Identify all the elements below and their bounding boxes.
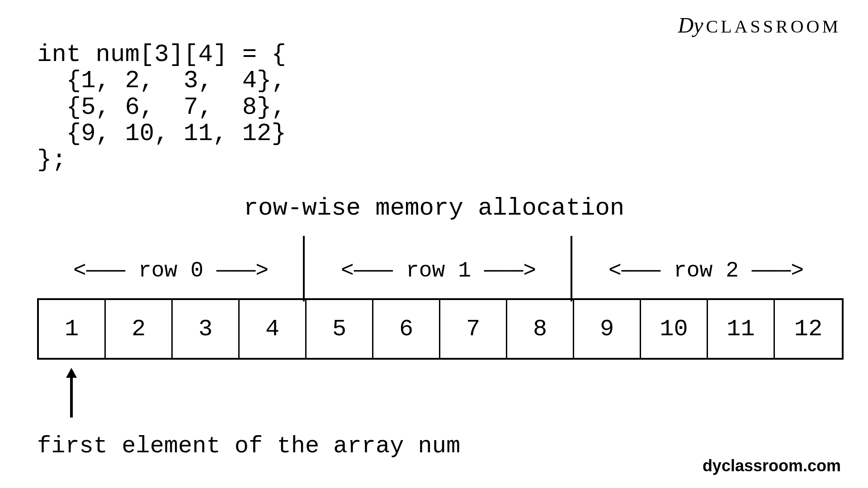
pointer-arrow (65, 368, 78, 418)
cell-10: 11 (708, 300, 775, 358)
row-label-2: <——— row 2 ———> (572, 258, 840, 283)
memory-array: 1 2 3 4 5 6 7 8 9 10 11 12 (37, 298, 844, 360)
cell-3: 4 (240, 300, 307, 358)
cell-5: 6 (373, 300, 440, 358)
row-label-0: <——— row 0 ———> (37, 258, 305, 283)
cell-1: 2 (106, 300, 173, 358)
cell-7: 8 (507, 300, 574, 358)
code-line-5: }; (37, 146, 66, 174)
cell-11: 12 (775, 300, 842, 358)
cell-0: 1 (39, 300, 106, 358)
pointer-label: first element of the array num (37, 433, 460, 460)
site-url: dyclassroom.com (703, 456, 841, 475)
logo-prefix: Dy (678, 13, 703, 38)
cell-8: 9 (574, 300, 641, 358)
cell-6: 7 (440, 300, 507, 358)
svg-rect-1 (70, 377, 73, 418)
code-line-4: {9, 10, 11, 12} (37, 120, 286, 147)
diagram-container: Dy CLASSROOM int num[3][4] = { {1, 2, 3,… (0, 0, 868, 488)
cell-2: 3 (173, 300, 240, 358)
code-line-2: {1, 2, 3, 4}, (37, 67, 286, 94)
logo-text: CLASSROOM (706, 16, 841, 37)
row-labels: <——— row 0 ———> <——— row 1 ———> <——— row… (37, 258, 840, 283)
brand-logo: Dy CLASSROOM (678, 13, 841, 38)
code-line-1: int num[3][4] = { (37, 41, 286, 68)
up-arrow-icon (65, 368, 78, 418)
row-label-1: <——— row 1 ———> (305, 258, 572, 283)
svg-marker-0 (66, 368, 77, 378)
diagram-title: row-wise memory allocation (0, 194, 868, 222)
code-block: int num[3][4] = { {1, 2, 3, 4}, {5, 6, 7… (37, 42, 286, 174)
cell-9: 10 (641, 300, 708, 358)
cell-4: 5 (307, 300, 373, 358)
code-line-3: {5, 6, 7, 8}, (37, 94, 286, 121)
